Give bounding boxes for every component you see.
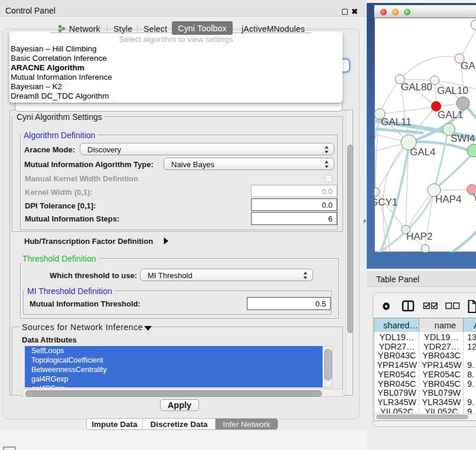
svg-text:GAL: GAL xyxy=(461,60,476,71)
svg-text:SWI4: SWI4 xyxy=(451,133,475,144)
svg-text:Y: Y xyxy=(472,192,476,203)
svg-text:GAL1: GAL1 xyxy=(438,109,463,120)
svg-text:GAL4: GAL4 xyxy=(410,146,435,158)
svg-text:GAL11: GAL11 xyxy=(381,116,412,128)
svg-text:GAL10: GAL10 xyxy=(437,85,468,96)
svg-text:HAP4: HAP4 xyxy=(435,194,461,205)
svg-text:GAL80: GAL80 xyxy=(401,81,432,93)
svg-text:HAP2: HAP2 xyxy=(406,231,432,242)
svg-text:GCY1: GCY1 xyxy=(374,197,397,208)
